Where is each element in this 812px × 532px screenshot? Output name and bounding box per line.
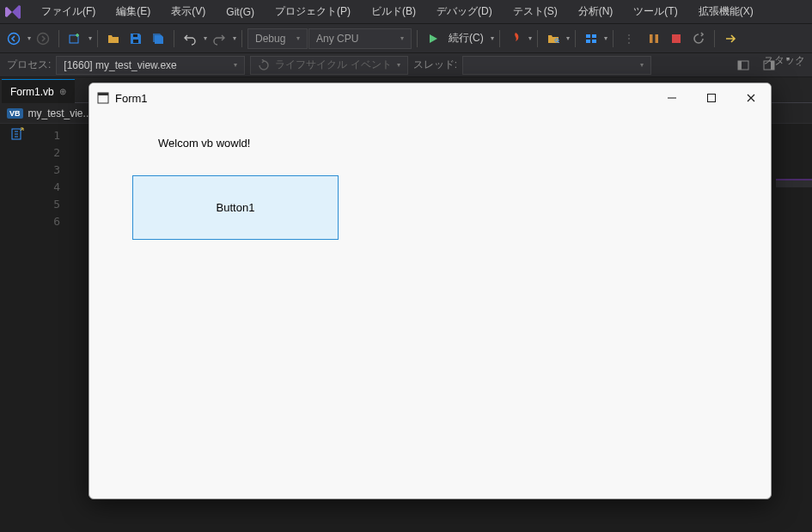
chevron-down-icon[interactable]: ▾ [602,34,607,42]
new-project-button[interactable] [64,28,85,49]
line-number: 4 [34,179,60,196]
menu-project[interactable]: プロジェクト(P) [265,1,361,22]
lifecycle-combo[interactable]: ライフサイクル イベント ▾ [250,56,407,75]
separator [58,30,59,47]
menu-git[interactable]: Git(G) [216,3,265,21]
chevron-down-icon: ▾ [640,61,644,69]
svg-rect-3 [133,40,138,43]
show-next-statement-button[interactable] [720,28,741,49]
line-number: 2 [34,144,60,162]
chevron-down-icon: ▾ [296,34,300,42]
svg-rect-5 [586,34,590,38]
menu-file[interactable]: ファイル(F) [31,1,106,22]
vb-badge-icon: VB [7,108,23,119]
thread-combo[interactable]: ▾ [462,56,651,75]
continue-button[interactable] [423,28,443,49]
chevron-down-icon: ▾ [234,61,237,69]
open-file-button[interactable] [103,28,124,49]
menu-view[interactable]: 表示(V) [161,1,216,22]
menu-extensions[interactable]: 拡張機能(X) [688,1,764,22]
hot-reload-button[interactable] [505,28,526,49]
platform-combo[interactable]: Any CPU ▾ [308,28,412,49]
menu-build[interactable]: ビルド(B) [361,1,426,22]
close-button[interactable] [731,84,771,112]
more-icon[interactable]: ⋮ [619,28,639,49]
svg-point-1 [38,33,49,44]
chevron-down-icon[interactable]: ▾ [231,34,236,42]
glyph-margin [0,124,34,532]
menu-edit[interactable]: 編集(E) [106,1,161,22]
chevron-down-icon[interactable]: ▾ [565,34,570,42]
svg-rect-18 [98,93,108,95]
continue-label: 続行(C) [445,31,487,46]
main-menu-bar: ファイル(F) 編集(E) 表示(V) Git(G) プロジェクト(P) ビルド… [0,0,812,24]
maximize-button[interactable] [692,84,731,112]
cycle-icon [258,59,270,71]
stack-frame-label: スタック [757,48,812,72]
vs-logo-icon [3,3,22,21]
tab-form1vb[interactable]: Form1.vb ⊕ [2,79,75,103]
toggle-panel-icon[interactable] [733,55,754,76]
svg-rect-10 [655,34,658,43]
chevron-down-icon[interactable]: ▾ [527,34,532,42]
restart-button[interactable] [688,28,709,49]
process-label: プロセス: [7,58,51,72]
nav-back-button[interactable] [3,28,24,49]
stop-button[interactable] [666,28,687,49]
minimize-button[interactable] [652,84,692,112]
nav-forward-button[interactable] [33,28,53,49]
line-number: 3 [34,162,60,179]
svg-rect-19 [708,95,716,102]
chevron-down-icon[interactable]: ▾ [489,34,494,42]
line-number: 6 [34,213,60,230]
svg-rect-11 [672,34,681,43]
separator [714,30,715,47]
line-number: 1 [34,127,60,144]
undo-button[interactable] [180,28,200,49]
separator [575,30,576,47]
separator [241,30,242,47]
right-tool-gutter [776,187,812,532]
toolbar: ▾ ▾ ▾ ▾ Debug ▾ [0,24,812,53]
svg-point-0 [9,33,20,44]
pin-icon[interactable]: ⊕ [59,87,66,96]
form-client-area: Welcom vb wowld! Button1 [89,113,771,264]
running-form-window[interactable]: Form1 Welcom vb wowld! Button1 [89,83,772,499]
menu-analyze[interactable]: 分析(N) [568,1,624,22]
save-all-button[interactable] [148,28,168,49]
tab-label: Form1.vb [10,86,54,98]
separator [417,30,418,47]
chevron-down-icon[interactable]: ▾ [26,34,31,42]
browse-folder-button[interactable] [543,28,564,49]
separator [499,30,500,47]
menu-test[interactable]: テスト(S) [503,1,568,22]
platform-value: Any CPU [316,33,358,45]
chevron-down-icon: ▾ [400,34,404,42]
button1-label: Button1 [217,201,255,214]
step-commands-button[interactable] [581,28,601,49]
process-combo[interactable]: [1660] my_test_view.exe ▾ [56,56,245,75]
save-button[interactable] [125,28,146,49]
process-value: [1660] my_test_view.exe [64,59,176,71]
form-icon [96,91,110,105]
separator [174,30,174,47]
separator [537,30,538,47]
svg-rect-13 [738,61,742,70]
separator [613,30,614,47]
nav-project-label: my_test_vie... [28,107,92,119]
collapse-all-icon[interactable] [10,127,24,141]
form-titlebar[interactable]: Form1 [89,83,771,113]
svg-rect-6 [592,34,596,38]
line-number-gutter: 1 2 3 4 5 6 [34,124,69,532]
redo-button[interactable] [209,28,229,49]
menu-tools[interactable]: ツール(T) [623,1,687,22]
button1[interactable]: Button1 [132,175,339,240]
chevron-down-icon[interactable]: ▾ [202,34,207,42]
right-tool-gutter-border [776,179,812,187]
pause-button[interactable] [644,28,664,49]
menu-debug[interactable]: デバッグ(D) [426,1,503,22]
chevron-down-icon[interactable]: ▾ [87,34,92,42]
svg-rect-4 [133,34,137,37]
configuration-combo[interactable]: Debug ▾ [247,28,308,49]
configuration-value: Debug [255,33,285,45]
